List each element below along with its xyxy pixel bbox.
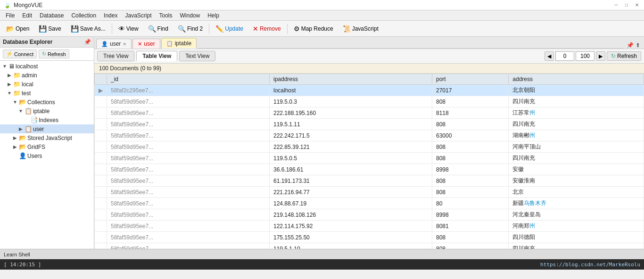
minimize-button[interactable]: ─ bbox=[613, 2, 619, 8]
tree-item-user[interactable]: ▶ 📋 user bbox=[0, 124, 94, 133]
users-label: Users bbox=[27, 153, 92, 159]
remove-button[interactable]: ✕ Remove bbox=[248, 23, 285, 34]
table-row[interactable]: 58faf59d95ee7...124.88.67.1980新疆乌鲁木齐 bbox=[95, 198, 644, 209]
tab-user-2-label: user bbox=[144, 41, 155, 47]
row-id-cell: 58faf59d95ee7... bbox=[107, 243, 270, 249]
tree-item-localhost[interactable]: ▼ 🖥 localhost bbox=[0, 62, 94, 71]
maximize-button[interactable]: □ bbox=[623, 2, 630, 8]
tree-item-iptable[interactable]: ▼ 📋 iptable bbox=[0, 107, 94, 115]
tab-float-icon[interactable]: ⬆ bbox=[636, 42, 640, 49]
sidebar-refresh-label: Refresh bbox=[48, 51, 66, 57]
save-button[interactable]: 💾 Save bbox=[34, 23, 65, 34]
nav-next-button[interactable]: ▶ bbox=[596, 51, 605, 61]
sidebar-refresh-button[interactable]: ↻ Refresh bbox=[39, 49, 69, 58]
refresh-button[interactable]: ↻ Refresh bbox=[607, 51, 641, 61]
menu-help[interactable]: Help bbox=[204, 11, 223, 20]
menu-file[interactable]: File bbox=[2, 11, 18, 20]
tab-pin-icon[interactable]: 📌 bbox=[627, 42, 634, 49]
menu-database[interactable]: Database bbox=[36, 11, 67, 20]
tab-user-2[interactable]: ✕ user bbox=[132, 39, 160, 49]
nav-page-start-input[interactable] bbox=[555, 51, 574, 61]
menu-tools[interactable]: Tools bbox=[156, 11, 176, 20]
address-link[interactable]: 乌鲁木齐 bbox=[524, 200, 546, 206]
row-id-cell: 58faf59d95ee7... bbox=[107, 187, 270, 198]
table-row[interactable]: 58faf59d95ee7...119.5.0.3808四川南充 bbox=[95, 96, 644, 107]
expand-collections: ▼ bbox=[12, 99, 18, 105]
tree-item-admin[interactable]: ▶ 📁 admin bbox=[0, 71, 94, 80]
mapreduce-button[interactable]: ⚙ Map Reduce bbox=[289, 23, 338, 34]
address-link[interactable]: 州 bbox=[529, 109, 535, 116]
javascript-button[interactable]: 📜 JavaScript bbox=[339, 23, 383, 34]
sidebar-tree: ▼ 🖥 localhost ▶ 📁 admin ▶ 📁 local ▼ 📁 te… bbox=[0, 61, 94, 249]
row-id-cell: 58faf2c295ee7... bbox=[107, 85, 270, 96]
col-port[interactable]: port bbox=[432, 74, 509, 85]
row-address-cell: 安徽淮南 bbox=[509, 175, 644, 187]
table-row[interactable]: 58faf59d95ee7...222.188.195.1608118江苏常州 bbox=[95, 107, 644, 119]
table-row[interactable]: 58faf59d95ee7...219.148.108.1268998河北秦皇岛 bbox=[95, 209, 644, 221]
tree-item-gridfs[interactable]: ▶ 📂 GridFS bbox=[0, 142, 94, 151]
row-port-cell: 80 bbox=[432, 198, 509, 209]
tree-item-test[interactable]: ▼ 📁 test bbox=[0, 89, 94, 98]
menu-edit[interactable]: Edit bbox=[18, 11, 36, 20]
table-row[interactable]: 58faf59d95ee7...222.242.171.563000湖南郴州 bbox=[95, 130, 644, 141]
table-row[interactable]: 58faf59d95ee7...119.5.0.5808四川南充 bbox=[95, 153, 644, 164]
find-button[interactable]: 🔍 Find bbox=[144, 23, 173, 34]
col-address[interactable]: address bbox=[509, 74, 644, 85]
row-arrow-cell bbox=[95, 209, 107, 221]
tree-item-collections[interactable]: ▼ 📂 Collections bbox=[0, 98, 94, 107]
col-ipaddress[interactable]: ipaddress bbox=[270, 74, 432, 85]
col-id[interactable]: _id bbox=[107, 74, 270, 85]
table-container[interactable]: _id ipaddress port address ▶58faf2c295ee… bbox=[94, 74, 644, 249]
saveas-button[interactable]: 💾 Save As... bbox=[66, 23, 110, 34]
table-row[interactable]: 58faf59d95ee7...175.155.25.50808四川德阳 bbox=[95, 232, 644, 243]
row-port-cell: 808 bbox=[432, 141, 509, 153]
tree-view-tab[interactable]: Tree View bbox=[97, 51, 134, 61]
menu-javascript[interactable]: JavaScript bbox=[121, 11, 155, 20]
row-address-cell: 江苏常州 bbox=[509, 107, 644, 119]
nav-prev-button[interactable]: ◀ bbox=[545, 51, 554, 61]
menu-index[interactable]: Index bbox=[100, 11, 121, 20]
tab-user-1-close[interactable]: ✕ bbox=[123, 41, 126, 47]
user-icon: 📋 bbox=[25, 125, 32, 132]
find2-button[interactable]: 🔍 Find 2 bbox=[173, 23, 207, 34]
table-view-tab[interactable]: Table View bbox=[136, 51, 177, 61]
remove-icon: ✕ bbox=[253, 25, 258, 33]
row-arrow-cell bbox=[95, 164, 107, 175]
update-button[interactable]: ✏️ Update bbox=[211, 23, 248, 34]
pin-icon[interactable]: 📌 bbox=[84, 39, 91, 45]
row-port-cell: 808 bbox=[432, 119, 509, 130]
tree-item-local[interactable]: ▶ 📁 local bbox=[0, 80, 94, 89]
text-view-tab[interactable]: Text View bbox=[179, 51, 215, 61]
row-ip-cell: 36.6.186.61 bbox=[270, 164, 432, 175]
tab-iptable[interactable]: 📋 iptable bbox=[161, 38, 197, 49]
table-row[interactable]: 58faf59d95ee7...221.216.94.77808北京 bbox=[95, 187, 644, 198]
nav-page-size-input[interactable] bbox=[576, 51, 594, 61]
table-row[interactable]: 58faf59d95ee7...119.5.1.10808四川南充 bbox=[95, 243, 644, 249]
tree-item-indexes[interactable]: 📑 Indexes bbox=[0, 115, 94, 124]
find-icon: 🔍 bbox=[148, 25, 156, 33]
address-link[interactable]: 州 bbox=[529, 222, 535, 229]
open-button[interactable]: 📂 Open bbox=[2, 23, 33, 34]
tree-item-stored-js[interactable]: ▶ 📂 Stored JavaScript bbox=[0, 133, 94, 142]
row-address-cell: 四川南充 bbox=[509, 119, 644, 130]
row-address-cell: 北京朝阳 bbox=[509, 85, 644, 96]
stored-js-label: Stored JavaScript bbox=[27, 135, 92, 141]
table-row[interactable]: 58faf59d95ee7...122.114.175.928081河南郑州 bbox=[95, 221, 644, 232]
table-row[interactable]: 58faf59d95ee7...222.85.39.121808河南平顶山 bbox=[95, 141, 644, 153]
tab-user-1[interactable]: 👤 user ✕ bbox=[96, 39, 132, 49]
menu-collection[interactable]: Collection bbox=[67, 11, 100, 20]
menu-window[interactable]: Window bbox=[176, 11, 204, 20]
close-button[interactable]: ✕ bbox=[634, 2, 640, 8]
expand-stored-js: ▶ bbox=[12, 135, 18, 140]
table-row[interactable]: 58faf59d95ee7...119.5.1.11808四川南充 bbox=[95, 119, 644, 130]
view-button[interactable]: 👁 View bbox=[114, 23, 143, 34]
table-body: ▶58faf2c295ee7...localhost27017北京朝阳58faf… bbox=[95, 85, 644, 249]
address-link[interactable]: 州 bbox=[529, 132, 535, 139]
sidebar-toolbar: ⚡ Connect ↻ Refresh bbox=[0, 48, 94, 61]
table-row[interactable]: 58faf59d95ee7...61.191.173.31808安徽淮南 bbox=[95, 175, 644, 187]
row-id-cell: 58faf59d95ee7... bbox=[107, 164, 270, 175]
connect-button[interactable]: ⚡ Connect bbox=[3, 49, 37, 58]
table-row[interactable]: ▶58faf2c295ee7...localhost27017北京朝阳 bbox=[95, 85, 644, 96]
tree-item-users[interactable]: 👤 Users bbox=[0, 151, 94, 160]
table-row[interactable]: 58faf59d95ee7...36.6.186.618998安徽 bbox=[95, 164, 644, 175]
